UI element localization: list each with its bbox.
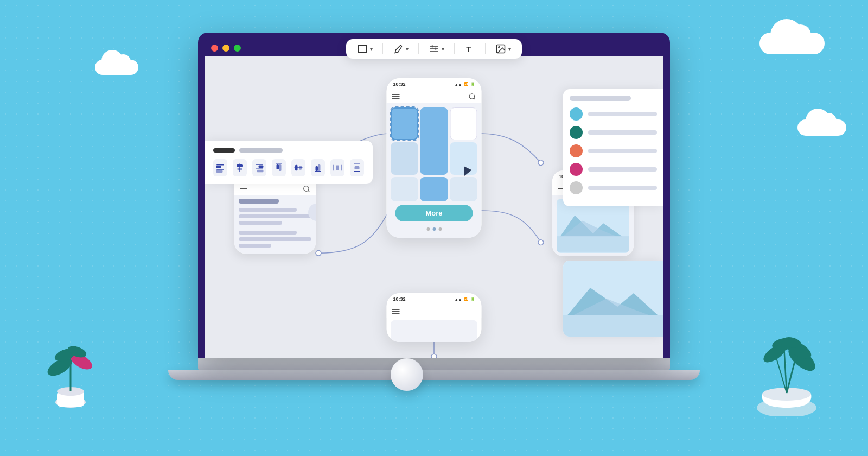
align-top-icon[interactable] [272,159,286,176]
svg-rect-27 [316,167,317,171]
text-line-5 [239,237,311,241]
swatch-gray[interactable] [570,181,583,194]
cloud-left [95,60,138,75]
palette-label-3 [588,167,657,172]
phone-main-time: 10:32 [393,81,406,87]
image-placeholder-right [557,199,629,253]
align-left-icon[interactable] [213,159,227,176]
tile-8 [450,177,477,201]
plant-right-svg [754,307,819,416]
hamburger-icon-main [392,94,400,99]
chevron-down-icon-4: ▾ [508,46,511,52]
svg-line-36 [308,191,310,192]
close-button[interactable] [211,45,218,52]
svg-point-39 [538,240,544,245]
palette-panel [563,89,663,206]
align-middle-icon[interactable] [291,159,305,176]
phone-main-statusbar: 10:32 ▲▲📶🔋 [387,78,482,90]
pen-tool[interactable]: ▾ [393,43,409,54]
palette-row-0 [570,107,657,121]
image-tool[interactable]: ▾ [495,43,511,54]
phone-bottom-content [391,320,477,342]
swatch-teal[interactable] [570,126,583,139]
phone-main-status-icons: ▲▲📶🔋 [455,82,475,86]
svg-rect-12 [216,170,222,172]
search-icon-left [303,185,310,193]
text-line-3 [239,221,282,225]
tile-6 [391,177,418,201]
maximize-button[interactable] [234,45,241,52]
svg-rect-0 [359,45,367,52]
dot-2 [432,227,436,231]
palette-label-1 [588,130,657,135]
svg-rect-52 [563,315,663,337]
svg-rect-28 [318,165,320,171]
phone-main: 10:32 ▲▲📶🔋 [387,78,482,238]
plant-right [754,307,819,418]
phone-bottom-status-icons: ▲▲📶🔋 [455,297,475,301]
palette-title-bar [570,96,631,101]
toolbar-sep-4 [485,43,486,54]
phone-left-body [234,195,316,254]
svg-text:T: T [466,45,471,54]
scene: ▾ ▾ ▾ T ▾ [0,0,868,456]
swatch-blue[interactable] [570,107,583,121]
text-heading-left [239,199,279,204]
palette-label-0 [588,112,657,116]
svg-rect-24 [296,166,297,170]
search-icon-main [469,93,476,100]
chevron-down-icon-2: ▾ [406,46,409,52]
decorative-sphere [391,358,423,391]
svg-rect-14 [237,165,243,167]
align-right-icon[interactable] [252,159,266,176]
toolbar-sep-3 [454,43,455,54]
palette-label-2 [588,149,657,153]
hamburger-icon-bottom [392,309,400,314]
dot-1 [426,227,430,231]
phone-bottom-navbar [387,305,482,318]
palette-row-2 [570,144,657,157]
tiles-grid [391,107,477,175]
tile-4 [391,142,418,175]
plant-left-svg [43,313,98,410]
chevron-down-icon-3: ▾ [442,46,444,52]
svg-rect-31 [336,166,339,170]
svg-rect-15 [238,168,242,170]
palette-row-3 [570,163,657,176]
laptop-screen-outer: 10:32 ▲WiFi🔋 [198,33,670,358]
text-line-2 [239,214,311,218]
tiles-row-2 [391,177,477,201]
align-panel [205,141,373,184]
swatch-orange[interactable] [570,144,583,157]
svg-rect-19 [257,170,263,172]
toolbar: ▾ ▾ ▾ T ▾ [346,39,522,59]
align-center-icon[interactable] [233,159,247,176]
svg-rect-21 [277,165,278,169]
toolbar-sep-2 [418,43,419,54]
palette-row-1 [570,126,657,139]
text-line-6 [239,244,271,248]
more-button[interactable]: More [395,205,473,221]
svg-point-42 [431,354,437,358]
hamburger-icon-left [240,187,247,192]
palette-row-4 [570,181,657,194]
svg-line-44 [474,98,475,100]
tiles-container [391,107,477,201]
text-line-1 [239,208,297,212]
phone-bottom: 10:32 ▲▲📶🔋 [387,293,482,342]
text-tool[interactable]: T [464,43,475,54]
align-bottom-icon[interactable] [311,159,325,176]
svg-rect-22 [279,165,281,171]
distribute-h-icon[interactable] [330,159,344,176]
phone-main-navbar [387,90,482,103]
rectangle-tool[interactable]: ▾ [357,43,373,54]
laptop-base [198,358,670,370]
align-tool[interactable]: ▾ [429,43,444,54]
swatch-pink[interactable] [570,163,583,176]
svg-rect-10 [216,166,221,168]
distribute-v-icon[interactable] [350,159,364,176]
svg-rect-25 [299,166,301,169]
svg-point-8 [499,47,500,48]
plant-left [43,313,98,413]
minimize-button[interactable] [222,45,229,52]
